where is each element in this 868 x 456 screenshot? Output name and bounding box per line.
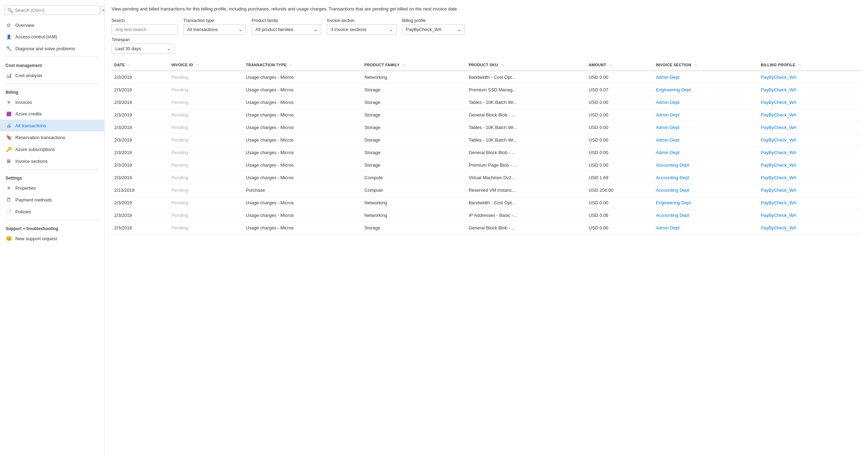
billing-profile-link[interactable]: PayByCheck_WA — [761, 137, 796, 143]
cell-invoice-section[interactable]: Engineering Dept — [653, 83, 758, 96]
sidebar-item-payment-methods[interactable]: 🗒 Payment methods — [0, 194, 104, 206]
search-filter-input[interactable] — [112, 24, 178, 35]
cell-transaction-type: Usage charges - Micros — [243, 171, 362, 184]
invoice-section-link[interactable]: Admin Dept — [656, 100, 679, 105]
col-date[interactable]: DATE ↑↓ — [112, 59, 169, 71]
sidebar-item-properties[interactable]: ≡ Properties — [0, 182, 104, 194]
cell-invoice-section[interactable]: Accounting Dept — [653, 171, 758, 184]
invoice-section-link[interactable]: Admin Dept — [656, 137, 679, 143]
billing-profile-link[interactable]: PayByCheck_WA — [761, 200, 796, 205]
product-family-select[interactable]: All product families Compute Networking … — [252, 24, 321, 35]
cell-invoice-section[interactable]: Admin Dept — [653, 146, 758, 159]
cell-invoice-section[interactable]: Admin Dept — [653, 121, 758, 134]
sidebar-item-invoice-sections[interactable]: ⊞ Invoice sections — [0, 155, 104, 167]
cell-product-family: Storage — [362, 108, 466, 121]
billing-profile-link[interactable]: PayByCheck_WA — [761, 100, 796, 105]
col-invoice-section[interactable]: INVOICE SECTION ↑↓ — [653, 59, 758, 71]
col-amount[interactable]: AMOUNT ↑↓ — [586, 59, 653, 71]
sidebar-item-cost-analysis[interactable]: 📊 Cost analysis — [0, 69, 104, 81]
timespan-select[interactable]: Last 30 days Last 60 days Last 90 days C… — [112, 44, 174, 54]
cell-product-sku: General Block Blob - ... — [466, 221, 586, 234]
invoice-section-link[interactable]: Engineering Dept — [656, 87, 691, 92]
cell-date: 2/3/2019 — [112, 71, 169, 84]
cell-invoice-section[interactable]: Accounting Dept — [653, 159, 758, 171]
billing-profile-link[interactable]: PayByCheck_WA — [761, 225, 796, 230]
billing-profile-select[interactable]: PayByCheck_WA — [402, 24, 465, 35]
cell-invoice-section[interactable]: Admin Dept — [653, 108, 758, 121]
cell-billing-profile[interactable]: PayByCheck_WA — [758, 134, 861, 146]
billing-profile-link[interactable]: PayByCheck_WA — [761, 125, 796, 130]
invoice-section-link[interactable]: Accounting Dept — [656, 162, 689, 168]
cell-invoice-section[interactable]: Accounting Dept — [653, 209, 758, 221]
invoice-section-link[interactable]: Admin Dept — [656, 150, 679, 155]
cell-billing-profile[interactable]: PayByCheck_WA — [758, 108, 861, 121]
cell-transaction-type: Usage charges - Micros — [243, 108, 362, 121]
billing-profile-link[interactable]: PayByCheck_WA — [761, 87, 796, 92]
col-billing-profile[interactable]: BILLING PROFILE ↑↓ — [758, 59, 861, 71]
cell-invoice-id: Pending — [169, 209, 243, 221]
cell-billing-profile[interactable]: PayByCheck_WA — [758, 121, 861, 134]
billing-profile-link[interactable]: PayByCheck_WA — [761, 112, 796, 117]
col-transaction-type[interactable]: TRANSACTION TYPE ↑↓ — [243, 59, 362, 71]
cell-billing-profile[interactable]: PayByCheck_WA — [758, 96, 861, 108]
invoice-section-link[interactable]: Engineering Dept — [656, 200, 691, 205]
cell-amount: USD 0.00 — [586, 146, 653, 159]
sidebar-item-overview[interactable]: ⊙ Overview — [0, 19, 104, 31]
cell-invoice-id: Pending — [169, 184, 243, 196]
cell-billing-profile[interactable]: PayByCheck_WA — [758, 171, 861, 184]
sidebar-item-diagnose[interactable]: 🔧 Diagnose and solve problems — [0, 43, 104, 54]
invoice-section-link[interactable]: Admin Dept — [656, 112, 679, 117]
billing-profile-link[interactable]: PayByCheck_WA — [761, 150, 796, 155]
cell-transaction-type: Usage charges - Micros — [243, 71, 362, 84]
cell-billing-profile[interactable]: PayByCheck_WA — [758, 184, 861, 196]
cell-billing-profile[interactable]: PayByCheck_WA — [758, 83, 861, 96]
sidebar-item-access-control[interactable]: 👤 Access control (IAM) — [0, 31, 104, 43]
cell-billing-profile[interactable]: PayByCheck_WA — [758, 159, 861, 171]
col-invoice-id[interactable]: INVOICE ID ↑↓ — [169, 59, 243, 71]
transaction-type-select[interactable]: All transactions Purchases Usage charges… — [183, 24, 246, 35]
cell-product-family: Storage — [362, 134, 466, 146]
search-input[interactable] — [15, 8, 97, 13]
cell-invoice-section[interactable]: Admin Dept — [653, 134, 758, 146]
cell-date: 2/3/2019 — [112, 171, 169, 184]
cell-date: 2/3/2019 — [112, 209, 169, 221]
search-bar[interactable]: 🔍 — [4, 6, 100, 15]
sidebar-item-new-support-request[interactable]: 😊 New support request — [0, 233, 104, 244]
sidebar-item-policies[interactable]: 📄 Policies — [0, 206, 104, 218]
invoice-section-link[interactable]: Accounting Dept — [656, 175, 689, 180]
sidebar-item-azure-credits[interactable]: 🟪 Azure credits — [0, 108, 104, 120]
sidebar-item-azure-subscriptions[interactable]: 🔑 Azure subscriptions — [0, 143, 104, 155]
col-product-sku[interactable]: PRODUCT SKU ↑↓ — [466, 59, 586, 71]
invoice-section-select[interactable]: 3 invoice sections Admin Dept Engineerin… — [327, 24, 397, 35]
col-product-family[interactable]: PRODUCT FAMILY ↑↓ — [362, 59, 466, 71]
invoice-section-link[interactable]: Accounting Dept — [656, 213, 689, 218]
cell-invoice-section[interactable]: Accounting Dept — [653, 184, 758, 196]
cell-invoice-section[interactable]: Admin Dept — [653, 71, 758, 84]
billing-profile-link[interactable]: PayByCheck_WA — [761, 75, 796, 80]
cell-billing-profile[interactable]: PayByCheck_WA — [758, 221, 861, 234]
billing-profile-link[interactable]: PayByCheck_WA — [761, 175, 796, 180]
cell-billing-profile[interactable]: PayByCheck_WA — [758, 209, 861, 221]
invoice-section-link[interactable]: Accounting Dept — [656, 188, 689, 193]
sidebar-item-all-transactions[interactable]: 🖨 All transactions — [0, 120, 104, 131]
cell-product-sku: Tables - 10K Batch Wr... — [466, 121, 586, 134]
cell-invoice-id: Pending — [169, 146, 243, 159]
collapse-button[interactable]: « — [100, 6, 105, 13]
cell-invoice-section[interactable]: Engineering Dept — [653, 196, 758, 209]
invoice-section-link[interactable]: Admin Dept — [656, 75, 679, 80]
cell-product-sku: Tables - 10K Batch Wr... — [466, 96, 586, 108]
cell-billing-profile[interactable]: PayByCheck_WA — [758, 196, 861, 209]
billing-profile-link[interactable]: PayByCheck_WA — [761, 162, 796, 168]
billing-profile-link[interactable]: PayByCheck_WA — [761, 213, 796, 218]
sidebar-item-invoices[interactable]: ≡ Invoices — [0, 96, 104, 108]
sidebar-item-reservation-transactions[interactable]: 🔖 Reservation transactions — [0, 131, 104, 143]
cell-amount: USD 0.00 — [586, 134, 653, 146]
cell-billing-profile[interactable]: PayByCheck_WA — [758, 146, 861, 159]
invoice-section-link[interactable]: Admin Dept — [656, 125, 679, 130]
invoice-section-link[interactable]: Admin Dept — [656, 225, 679, 230]
billing-profile-link[interactable]: PayByCheck_WA — [761, 188, 796, 193]
cell-invoice-section[interactable]: Admin Dept — [653, 96, 758, 108]
cell-product-sku: Tables - 10K Batch Wr... — [466, 134, 586, 146]
cell-invoice-section[interactable]: Admin Dept — [653, 221, 758, 234]
cell-billing-profile[interactable]: PayByCheck_WA — [758, 71, 861, 84]
